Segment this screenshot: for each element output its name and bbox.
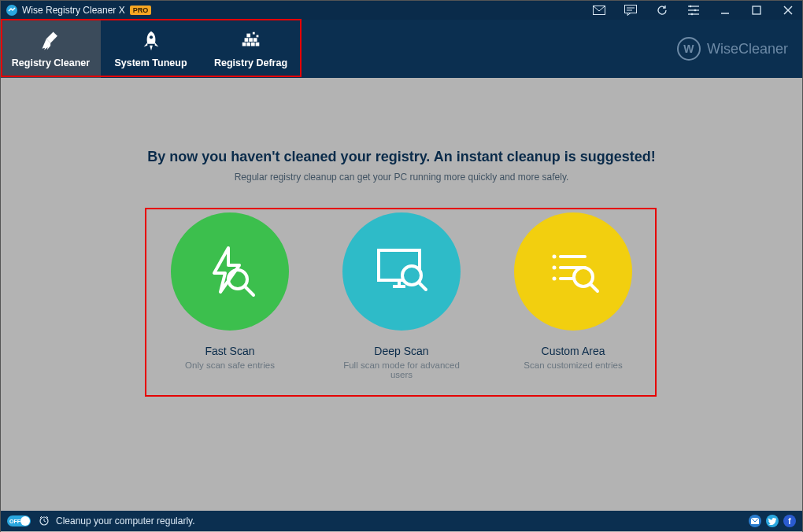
- deep-scan-button[interactable]: Deep Scan Full scan mode for advanced us…: [323, 212, 480, 397]
- app-icon: [6, 4, 18, 17]
- svg-rect-22: [253, 38, 257, 42]
- fast-scan-button[interactable]: Fast Scan Only scan safe entries: [151, 212, 309, 397]
- maximize-button[interactable]: [750, 4, 763, 17]
- svg-line-43: [44, 521, 46, 522]
- feedback-icon[interactable]: [624, 4, 637, 17]
- close-button[interactable]: [782, 4, 794, 17]
- card-subtitle: Full scan mode for advanced users: [335, 360, 468, 379]
- rocket-icon: [139, 29, 163, 53]
- app-window: Wise Registry Cleaner X PRO: [0, 0, 803, 532]
- card-subtitle: Only scan safe entries: [185, 360, 275, 370]
- app-title: Wise Registry Cleaner X: [22, 5, 125, 16]
- pro-badge: PRO: [130, 6, 152, 15]
- svg-point-37: [553, 277, 557, 281]
- svg-line-32: [419, 283, 426, 290]
- custom-area-circle: [514, 212, 632, 331]
- status-bar: OFF Cleanup your computer regularly. f: [1, 511, 802, 531]
- refresh-icon[interactable]: [656, 4, 668, 17]
- menu-icon[interactable]: [687, 4, 700, 17]
- headline-title: By now you haven't cleaned your registry…: [1, 149, 802, 165]
- content-area: By now you haven't cleaned your registry…: [1, 149, 802, 532]
- nav-bar: Registry Cleaner System Tuneup: [1, 20, 802, 78]
- svg-rect-2: [625, 6, 637, 13]
- tab-label: Registry Defrag: [214, 57, 287, 68]
- svg-rect-19: [255, 42, 259, 46]
- headline: By now you haven't cleaned your registry…: [1, 149, 802, 183]
- svg-rect-16: [242, 42, 246, 46]
- social-facebook-icon[interactable]: f: [783, 515, 796, 527]
- schedule-toggle[interactable]: OFF: [7, 515, 31, 526]
- svg-rect-17: [246, 42, 250, 46]
- svg-line-27: [245, 286, 253, 295]
- svg-rect-23: [246, 34, 250, 38]
- tab-registry-cleaner[interactable]: Registry Cleaner: [1, 20, 101, 78]
- custom-area-button[interactable]: Custom Area Scan customized entries: [494, 212, 652, 397]
- title-actions: [593, 4, 797, 17]
- card-title: Custom Area: [542, 345, 605, 357]
- svg-point-9: [694, 9, 697, 12]
- svg-line-40: [590, 284, 598, 291]
- card-title: Fast Scan: [205, 345, 254, 357]
- social-twitter-icon[interactable]: [766, 515, 779, 527]
- card-title: Deep Scan: [374, 345, 428, 357]
- svg-rect-18: [251, 42, 255, 46]
- brand: W WiseCleaner: [677, 20, 802, 78]
- tab-label: System Tuneup: [114, 57, 187, 68]
- brand-logo-icon: W: [677, 37, 701, 61]
- social-links: f: [749, 515, 796, 527]
- svg-rect-25: [256, 35, 258, 38]
- minimize-button[interactable]: [719, 4, 731, 17]
- fast-scan-circle: [171, 212, 289, 331]
- blocks-icon: [239, 29, 263, 53]
- list-search-icon: [539, 238, 607, 305]
- social-mail-icon[interactable]: [749, 515, 761, 527]
- scan-options: Fast Scan Only scan safe entries Deep Sc…: [151, 212, 652, 397]
- card-subtitle: Scan customized entries: [524, 360, 622, 370]
- svg-point-33: [553, 255, 557, 259]
- tab-system-tuneup[interactable]: System Tuneup: [101, 20, 201, 78]
- svg-point-15: [149, 35, 152, 39]
- svg-rect-24: [252, 32, 254, 35]
- bolt-search-icon: [198, 240, 261, 303]
- svg-point-8: [690, 6, 692, 8]
- tab-registry-defrag[interactable]: Registry Defrag: [201, 20, 301, 78]
- brand-text: WiseCleaner: [707, 41, 788, 57]
- svg-rect-12: [753, 6, 760, 14]
- mail-icon[interactable]: [593, 4, 605, 17]
- toggle-label: OFF: [9, 519, 20, 524]
- svg-rect-20: [244, 38, 248, 42]
- tab-label: Registry Cleaner: [12, 57, 90, 68]
- broom-icon: [39, 29, 63, 53]
- svg-point-10: [691, 13, 694, 16]
- headline-subtitle: Regular registry cleanup can get your PC…: [1, 172, 802, 183]
- svg-rect-21: [249, 38, 253, 42]
- deep-scan-circle: [342, 212, 461, 331]
- title-bar: Wise Registry Cleaner X PRO: [1, 1, 802, 20]
- clock-icon: [39, 515, 50, 528]
- svg-point-35: [553, 266, 557, 270]
- monitor-search-icon: [368, 238, 435, 305]
- status-message: Cleanup your computer regularly.: [56, 515, 195, 526]
